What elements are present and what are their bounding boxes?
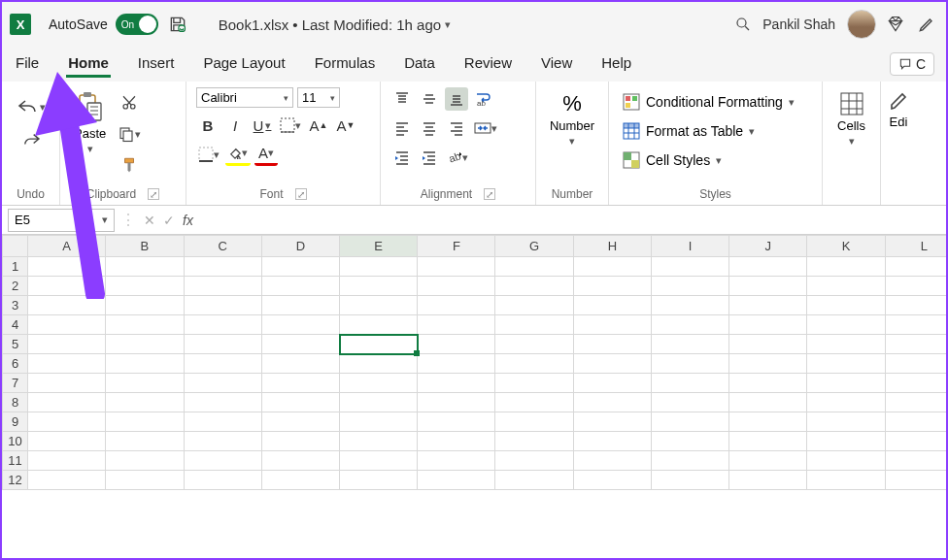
- align-left-button[interactable]: [390, 116, 414, 140]
- cell-I9[interactable]: [651, 412, 728, 432]
- cell-D8[interactable]: [261, 393, 339, 412]
- underline-button[interactable]: U▾: [251, 114, 274, 137]
- row-header-6[interactable]: 6: [3, 354, 28, 374]
- cell-D2[interactable]: [261, 277, 339, 296]
- font-size-select[interactable]: 11▾: [297, 87, 340, 108]
- col-header-B[interactable]: B: [106, 236, 184, 257]
- conditional-formatting-button[interactable]: Conditional Formatting▾: [619, 91, 798, 113]
- cell-L7[interactable]: [885, 374, 946, 393]
- cell-C4[interactable]: [184, 315, 261, 335]
- fill-color-button[interactable]: ▾: [225, 143, 251, 166]
- cell-H7[interactable]: [573, 374, 651, 393]
- cell-D10[interactable]: [261, 432, 339, 451]
- tab-data[interactable]: Data: [402, 50, 437, 78]
- cell-A10[interactable]: [28, 432, 106, 451]
- cell-J3[interactable]: [729, 296, 807, 315]
- cell-H2[interactable]: [573, 277, 651, 296]
- col-header-F[interactable]: F: [418, 236, 495, 257]
- row-header-4[interactable]: 4: [3, 315, 28, 335]
- cell-K4[interactable]: [807, 315, 885, 335]
- cell-H4[interactable]: [573, 315, 651, 335]
- cell-B2[interactable]: [106, 277, 184, 296]
- cell-A5[interactable]: [28, 335, 106, 354]
- cell-K12[interactable]: [807, 471, 885, 490]
- cell-G7[interactable]: [495, 374, 573, 393]
- cell-I12[interactable]: [651, 471, 728, 490]
- cell-K3[interactable]: [807, 296, 885, 315]
- cell-K6[interactable]: [807, 354, 885, 374]
- cell-K7[interactable]: [807, 374, 885, 393]
- cell-B3[interactable]: [106, 296, 184, 315]
- orientation-button[interactable]: ab▾: [445, 146, 470, 169]
- border-bottom-button[interactable]: ▾: [196, 143, 221, 166]
- col-header-H[interactable]: H: [573, 236, 651, 257]
- decrease-indent-button[interactable]: [390, 146, 414, 169]
- col-header-D[interactable]: D: [261, 236, 339, 257]
- cell-E6[interactable]: [340, 354, 418, 374]
- cell-J4[interactable]: [729, 315, 807, 335]
- cell-K8[interactable]: [807, 393, 885, 412]
- cell-D12[interactable]: [261, 471, 339, 490]
- cell-A6[interactable]: [28, 354, 106, 374]
- cell-B6[interactable]: [106, 354, 184, 374]
- border-button[interactable]: ▾: [278, 114, 303, 137]
- row-header-3[interactable]: 3: [3, 296, 28, 315]
- cell-H10[interactable]: [573, 432, 651, 451]
- cell-J5[interactable]: [729, 335, 807, 354]
- cell-C8[interactable]: [184, 393, 261, 412]
- bold-button[interactable]: B: [196, 114, 220, 137]
- cell-C7[interactable]: [184, 374, 261, 393]
- spreadsheet-grid[interactable]: ABCDEFGHIJKL123456789101112: [2, 235, 946, 558]
- cell-F8[interactable]: [418, 393, 495, 412]
- align-center-button[interactable]: [418, 116, 441, 140]
- col-header-A[interactable]: A: [28, 236, 106, 257]
- cell-D3[interactable]: [261, 296, 339, 315]
- tab-help[interactable]: Help: [599, 50, 633, 78]
- row-header-2[interactable]: 2: [3, 277, 28, 296]
- cell-K1[interactable]: [807, 257, 885, 277]
- cancel-formula-icon[interactable]: ✕: [144, 213, 155, 228]
- enter-formula-icon[interactable]: ✓: [163, 213, 175, 228]
- cell-F12[interactable]: [418, 471, 495, 490]
- cell-L4[interactable]: [885, 315, 946, 335]
- cell-E5[interactable]: [340, 335, 418, 354]
- col-header-E[interactable]: E: [340, 236, 418, 257]
- cell-K10[interactable]: [807, 432, 885, 451]
- cell-H5[interactable]: [573, 335, 651, 354]
- cell-I3[interactable]: [651, 296, 728, 315]
- cell-E7[interactable]: [340, 374, 418, 393]
- copy-button[interactable]: ▾: [116, 122, 143, 146]
- col-header-J[interactable]: J: [729, 236, 807, 257]
- tab-home[interactable]: Home: [66, 50, 111, 78]
- format-as-table-button[interactable]: Format as Table▾: [619, 120, 759, 142]
- cell-F7[interactable]: [418, 374, 495, 393]
- cell-J2[interactable]: [729, 277, 807, 296]
- cell-H1[interactable]: [573, 257, 651, 277]
- cell-C9[interactable]: [184, 412, 261, 432]
- cell-B4[interactable]: [106, 315, 184, 335]
- row-header-5[interactable]: 5: [3, 335, 28, 354]
- cell-A1[interactable]: [28, 257, 106, 277]
- diamond-icon[interactable]: [884, 13, 907, 36]
- cell-G9[interactable]: [495, 412, 573, 432]
- cut-button[interactable]: [118, 91, 141, 115]
- cell-J8[interactable]: [729, 393, 807, 412]
- cell-J9[interactable]: [729, 412, 807, 432]
- tab-page-layout[interactable]: Page Layout: [201, 50, 287, 78]
- tab-review[interactable]: Review: [462, 50, 514, 78]
- cell-H6[interactable]: [573, 354, 651, 374]
- cell-G5[interactable]: [495, 335, 573, 354]
- cell-A11[interactable]: [28, 451, 106, 471]
- document-title[interactable]: Book1.xlsx • Last Modified: 1h ago ▾: [219, 16, 451, 33]
- cell-L2[interactable]: [885, 277, 946, 296]
- cell-E1[interactable]: [340, 257, 418, 277]
- cell-A2[interactable]: [28, 277, 106, 296]
- editing-button[interactable]: Edi: [884, 87, 913, 133]
- cell-I7[interactable]: [651, 374, 728, 393]
- cell-I2[interactable]: [651, 277, 728, 296]
- cell-J7[interactable]: [729, 374, 807, 393]
- merge-center-button[interactable]: ▾: [472, 116, 499, 140]
- cell-K5[interactable]: [807, 335, 885, 354]
- cell-F3[interactable]: [418, 296, 495, 315]
- formula-input[interactable]: [201, 209, 946, 232]
